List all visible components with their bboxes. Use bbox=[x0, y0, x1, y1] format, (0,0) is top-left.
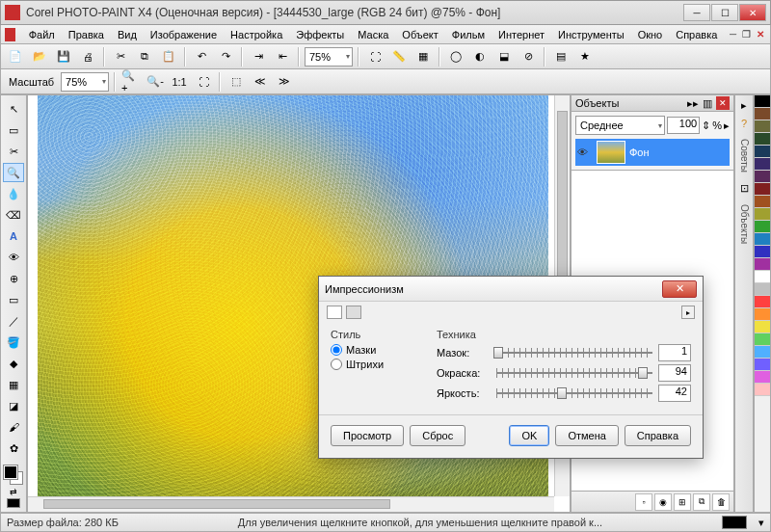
combine-icon[interactable]: ⊞ bbox=[674, 493, 691, 511]
palette-swatch[interactable] bbox=[755, 308, 770, 321]
single-preview-icon[interactable] bbox=[327, 306, 342, 319]
foreground-color-swatch[interactable] bbox=[4, 466, 17, 479]
palette-swatch[interactable] bbox=[755, 221, 770, 233]
mask-invert-icon[interactable]: ⬓ bbox=[493, 46, 515, 67]
cancel-button[interactable]: Отмена bbox=[555, 425, 618, 446]
undo-icon[interactable]: ↶ bbox=[191, 46, 212, 67]
color-swatch[interactable] bbox=[4, 466, 23, 485]
stroke-value[interactable]: 1 bbox=[658, 344, 691, 361]
expand-icon[interactable]: ▸ bbox=[741, 99, 747, 112]
palette-swatch[interactable] bbox=[755, 258, 770, 271]
reset-button[interactable]: Сброс bbox=[410, 425, 465, 446]
palette-swatch[interactable] bbox=[755, 196, 770, 208]
palette-swatch[interactable] bbox=[755, 171, 770, 183]
opacity-field[interactable]: 100 bbox=[667, 117, 700, 134]
lock-icon[interactable]: ▸ bbox=[724, 120, 730, 132]
style-strokes-input[interactable] bbox=[331, 344, 342, 356]
palette-swatch[interactable] bbox=[755, 346, 770, 359]
palette-swatch[interactable] bbox=[755, 333, 770, 346]
palette-swatch[interactable] bbox=[755, 246, 770, 258]
new-icon[interactable]: 📄 bbox=[5, 46, 26, 67]
stroke-slider[interactable] bbox=[496, 345, 652, 360]
pick-tool-icon[interactable]: ↖ bbox=[3, 99, 24, 119]
zoom-combo[interactable]: 75% bbox=[305, 47, 353, 66]
dialog-options-icon[interactable]: ▸ bbox=[681, 306, 695, 319]
style-hatches-radio[interactable]: Штрихи bbox=[331, 359, 427, 370]
cut-icon[interactable]: ✂ bbox=[110, 46, 131, 67]
status-fill-swatch[interactable] bbox=[722, 516, 747, 529]
grid-icon[interactable]: ▦ bbox=[412, 46, 434, 67]
menu-tools[interactable]: Инструменты bbox=[552, 27, 630, 42]
palette-swatch[interactable] bbox=[755, 359, 770, 371]
zoom-in-icon[interactable]: 🔍+ bbox=[120, 71, 142, 93]
objects-tab[interactable]: Объекты bbox=[739, 200, 750, 248]
palette-swatch[interactable] bbox=[755, 296, 770, 308]
horizontal-scrollbar[interactable] bbox=[28, 496, 554, 512]
menu-mask[interactable]: Маска bbox=[352, 27, 394, 42]
menu-adjust[interactable]: Настройка bbox=[225, 27, 288, 42]
eraser-tool-icon[interactable]: ⌫ bbox=[3, 205, 24, 225]
menu-help[interactable]: Справка bbox=[670, 27, 723, 42]
objects-panel-header[interactable]: Объекты ▸▸ ▥ ✕ bbox=[571, 94, 734, 112]
palette-swatch[interactable] bbox=[755, 158, 770, 171]
style-strokes-radio[interactable]: Мазки bbox=[331, 344, 427, 356]
text-tool-icon[interactable]: A bbox=[3, 226, 24, 246]
palette-swatch[interactable] bbox=[755, 271, 770, 283]
palette-swatch[interactable] bbox=[755, 208, 770, 221]
palette-swatch[interactable] bbox=[755, 371, 770, 384]
launcher-icon[interactable]: ▤ bbox=[550, 46, 572, 67]
palette-swatch[interactable] bbox=[755, 95, 770, 108]
mask-rect-tool-icon[interactable]: ▭ bbox=[3, 120, 24, 140]
print-icon[interactable]: 🖨 bbox=[77, 46, 98, 67]
clear-mask-icon[interactable]: ⊘ bbox=[518, 46, 539, 67]
paint-tool-icon[interactable]: 🖌 bbox=[3, 417, 24, 437]
fill-tool-icon[interactable]: 🪣 bbox=[3, 332, 24, 352]
open-icon[interactable]: 📂 bbox=[29, 46, 50, 67]
panel-menu-icon[interactable]: ▸▸ bbox=[687, 97, 699, 110]
fullscreen-icon[interactable]: ⛶ bbox=[364, 46, 386, 67]
dialog-titlebar[interactable]: Импрессионизм ✕ bbox=[319, 277, 703, 302]
redo-icon[interactable]: ↷ bbox=[215, 46, 236, 67]
color-slider[interactable] bbox=[496, 365, 652, 381]
rulers-icon[interactable]: 📏 bbox=[388, 46, 410, 67]
export-icon[interactable]: ⇤ bbox=[272, 46, 293, 67]
objects-tab-icon[interactable]: ⊡ bbox=[740, 182, 749, 195]
fill-swatch[interactable] bbox=[7, 498, 20, 508]
image-sprayer-tool-icon[interactable]: ✿ bbox=[3, 439, 24, 458]
dropshadow-tool-icon[interactable]: ◪ bbox=[3, 396, 24, 415]
menu-edit[interactable]: Правка bbox=[63, 27, 110, 42]
menu-image[interactable]: Изображение bbox=[145, 27, 223, 42]
panel-close-button[interactable]: ✕ bbox=[716, 96, 730, 110]
zoom-selection-icon[interactable]: ⬚ bbox=[226, 71, 247, 93]
zoom-actual-icon[interactable]: 1:1 bbox=[169, 71, 190, 93]
app-menu-icon[interactable] bbox=[5, 28, 15, 41]
palette-swatch[interactable] bbox=[755, 321, 770, 333]
scale-combo[interactable]: 75% bbox=[61, 72, 109, 92]
import-icon[interactable]: ⇥ bbox=[248, 46, 269, 67]
minimize-button[interactable]: ─ bbox=[683, 4, 710, 21]
palette-swatch[interactable] bbox=[755, 146, 770, 158]
menu-movie[interactable]: Фильм bbox=[446, 27, 491, 42]
menu-file[interactable]: Файл bbox=[23, 27, 61, 42]
status-menu-icon[interactable]: ▾ bbox=[758, 517, 764, 529]
nav-prev-icon[interactable]: ≪ bbox=[250, 71, 271, 93]
doc-minimize-button[interactable]: ─ bbox=[727, 28, 738, 41]
rectangle-tool-icon[interactable]: ▭ bbox=[3, 290, 24, 309]
redeye-tool-icon[interactable]: 👁 bbox=[3, 248, 24, 267]
hints-tab[interactable]: Советы bbox=[739, 135, 750, 176]
zoom-out-icon[interactable]: 🔍- bbox=[145, 71, 166, 93]
close-button[interactable]: ✕ bbox=[739, 4, 766, 21]
zoom-tool-icon[interactable]: 🔍 bbox=[3, 163, 24, 182]
maximize-button[interactable]: ☐ bbox=[711, 4, 738, 21]
blend-mode-combo[interactable]: Среднее bbox=[575, 116, 665, 135]
mask-overlay-icon[interactable]: ◐ bbox=[469, 46, 491, 67]
crop-tool-icon[interactable]: ✂ bbox=[3, 142, 24, 161]
paste-icon[interactable]: 📋 bbox=[158, 46, 179, 67]
menu-object[interactable]: Объект bbox=[396, 27, 443, 42]
preview-button[interactable]: Просмотр bbox=[331, 425, 404, 446]
color-value[interactable]: 94 bbox=[658, 364, 691, 382]
doc-close-button[interactable]: ✕ bbox=[755, 28, 766, 41]
palette-swatch[interactable] bbox=[755, 183, 770, 196]
opacity-stepper-icon[interactable]: ⇕ bbox=[702, 120, 710, 132]
transparency-tool-icon[interactable]: ▦ bbox=[3, 375, 24, 394]
